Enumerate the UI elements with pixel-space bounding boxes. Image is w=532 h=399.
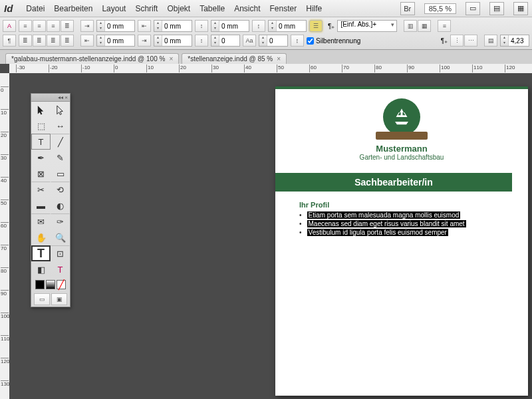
space-after-icon[interactable]: ↕ (195, 35, 208, 47)
zoom-level-field[interactable]: 85,5 % (424, 3, 456, 14)
columns-icon[interactable]: ▥ (404, 20, 417, 32)
hand-tool[interactable]: ✋ (31, 229, 51, 245)
justify-center-icon[interactable]: ≣ (33, 35, 46, 47)
close-icon[interactable]: × (277, 55, 281, 63)
dropcap-chars-field[interactable]: ▴▾ (259, 35, 288, 47)
baseline-icon[interactable]: ↨ (252, 20, 265, 32)
list-item: •Vestibulum id ligula porta felis euismo… (299, 229, 508, 236)
menu-window[interactable]: Fenster (270, 4, 297, 13)
para-format-mode[interactable]: ¶ (3, 35, 16, 47)
shading-icon[interactable]: ▤ (484, 35, 497, 47)
menu-layout[interactable]: Layout (102, 4, 126, 13)
num2-field[interactable]: ▴▾ (500, 35, 529, 47)
menu-help[interactable]: Hilfe (306, 4, 322, 13)
profile-section: Ihr Profil •Etiam porta sem malesuada ma… (275, 192, 528, 236)
dropcap-icon[interactable]: Aa (243, 35, 256, 47)
align-right-icon[interactable]: ≡ (47, 20, 60, 32)
gradient-feather-tool[interactable]: ◐ (51, 198, 70, 213)
arrange-icon[interactable]: ▦ (513, 2, 528, 15)
bullet-list: •Etiam porta sem malesuada magna mollis … (299, 211, 508, 236)
first-line-icon[interactable]: ⇤ (138, 20, 151, 32)
menu-table[interactable]: Tabelle (200, 4, 225, 13)
gap-tool[interactable]: ↔ (51, 118, 70, 134)
rectangle-frame-tool[interactable]: ⊠ (31, 166, 51, 182)
formatting-container[interactable]: T (51, 261, 70, 277)
baseline1-field[interactable]: ▴▾ (268, 20, 307, 32)
justify-full-icon[interactable]: ≣ (61, 35, 74, 47)
fill-stroke-type-formatting[interactable]: T (31, 245, 51, 261)
rectangle-tool[interactable]: ▭ (51, 166, 70, 182)
tab-document-1[interactable]: *galabau-mustermann-stellenanzeige.indd … (5, 53, 179, 64)
align-justify-icon[interactable]: ≣ (61, 20, 74, 32)
align-to-baseline-button[interactable]: ☰ (309, 20, 323, 32)
hyphenation-checkbox[interactable]: Silbentrennung (307, 37, 360, 45)
document-page[interactable]: Mustermann Garten- und Landschaftsbau Sa… (275, 86, 528, 396)
menu-bar: Id Datei Bearbeiten Layout Schrift Objek… (0, 0, 532, 17)
first-line-field[interactable]: ▴▾ (154, 20, 192, 32)
workspace: -30-20-100102030405060708090100110120 01… (0, 64, 532, 399)
justify-left-icon[interactable]: ≣ (19, 35, 32, 47)
free-transform-tool[interactable]: ⟲ (51, 182, 70, 198)
canvas[interactable]: Mustermann Garten- und Landschaftsbau Sa… (9, 73, 532, 399)
normal-view-icon[interactable]: ▭ (34, 293, 50, 305)
right-indent-field[interactable]: ▴▾ (96, 35, 135, 47)
vertical-ruler[interactable]: 0102030405060708090100110120130 (0, 73, 9, 399)
space-before-field[interactable]: ▴▾ (211, 20, 249, 32)
panel-collapse-icon[interactable]: ◂◂ × (31, 94, 70, 102)
apply-gradient-icon[interactable] (46, 280, 55, 289)
list-item: •Maecenas sed diam eget risus varius bla… (299, 220, 508, 227)
gradient-swatch-tool[interactable]: ▬ (31, 198, 51, 213)
last-line-icon[interactable]: ⇥ (138, 35, 151, 47)
close-icon[interactable]: × (169, 55, 173, 63)
menu-object[interactable]: Objekt (167, 4, 190, 13)
page-tool[interactable]: ⬚ (31, 118, 51, 134)
justify-right-icon[interactable]: ≣ (47, 35, 60, 47)
align-center-icon[interactable]: ≡ (33, 20, 46, 32)
swatch-row: ╱ (31, 277, 70, 292)
horizontal-ruler[interactable]: -30-20-100102030405060708090100110120 (9, 64, 532, 73)
baseline2-icon[interactable]: ↨ (291, 35, 304, 47)
span-columns-icon[interactable]: ▦ (418, 20, 431, 32)
company-tagline: Garten- und Landschaftsbau (275, 154, 528, 161)
menu-edit[interactable]: Bearbeiten (54, 4, 92, 13)
default-fill-stroke[interactable]: ◧ (31, 261, 51, 277)
char-format-mode[interactable]: A (3, 20, 16, 32)
apply-color-icon[interactable] (35, 280, 45, 289)
fill-stroke-swap[interactable]: ⊡ (51, 245, 70, 261)
line-tool[interactable]: ╱ (51, 134, 70, 150)
space-before-icon[interactable]: ↕ (195, 20, 208, 32)
list-item: •Etiam porta sem malesuada magna mollis … (299, 211, 508, 219)
last-line-field[interactable]: ▴▾ (154, 35, 192, 47)
eyedropper-tool[interactable]: ✑ (51, 213, 70, 229)
section-heading: Ihr Profil (299, 201, 508, 209)
left-indent-field[interactable]: ▴▾ (96, 20, 135, 32)
indent-right-icon[interactable]: ⇤ (80, 35, 94, 47)
list-bullets-icon[interactable]: ⋮ (450, 35, 464, 47)
scissors-tool[interactable]: ✂ (31, 182, 51, 198)
paragraph-style-dropdown[interactable]: [Einf. Abs.]+ (337, 20, 397, 32)
menu-type[interactable]: Schrift (135, 4, 158, 13)
pen-tool[interactable]: ✒ (31, 150, 51, 166)
screen-mode-icon[interactable]: ▤ (489, 2, 504, 15)
bridge-button[interactable]: Br (400, 2, 415, 15)
tab-document-2[interactable]: *stellenanzeige.indd @ 85 %× (182, 53, 287, 64)
type-tool[interactable]: T (31, 134, 51, 150)
pencil-tool[interactable]: ✎ (51, 150, 70, 166)
list-numbers-icon[interactable]: ⋯ (464, 35, 477, 47)
overflow-icon[interactable]: ≡ (438, 20, 451, 32)
direct-selection-tool[interactable] (51, 102, 70, 118)
menu-view[interactable]: Ansicht (234, 4, 260, 13)
zoom-tool[interactable]: 🔍 (51, 229, 70, 245)
align-left-icon[interactable]: ≡ (19, 20, 32, 32)
note-tool[interactable]: ✉ (31, 213, 51, 229)
tools-panel[interactable]: ◂◂ × ⬚ ↔ T ╱ ✒ ✎ ⊠ ▭ ✂ ⟲ ▬ ◐ ✉ ✑ ✋ 🔍 T (31, 93, 70, 307)
apply-none-icon[interactable]: ╱ (57, 280, 66, 289)
app-logo: Id (4, 3, 13, 14)
view-mode-icon[interactable]: ▭ (466, 2, 480, 15)
selection-tool[interactable] (31, 102, 51, 118)
space-after-field[interactable]: ▴▾ (211, 35, 240, 47)
preview-mode-icon[interactable]: ▣ (51, 293, 67, 305)
logo-ribbon (376, 132, 428, 140)
indent-left-icon[interactable]: ⇥ (80, 20, 94, 32)
menu-file[interactable]: Datei (26, 4, 45, 13)
